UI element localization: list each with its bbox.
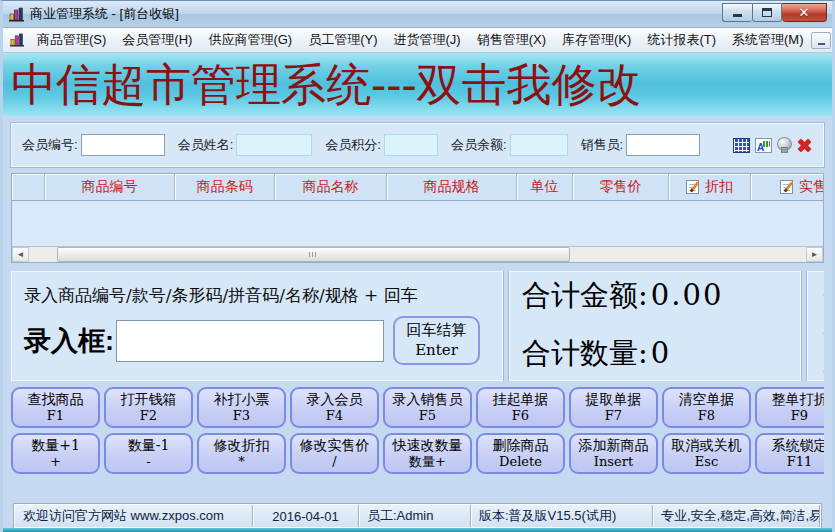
pos-btn-row2-6[interactable]: 删除商品Delete xyxy=(476,433,565,474)
table-col-header-8: 折扣 xyxy=(669,174,751,200)
pos-btn-row1-3[interactable]: 补打小票F3 xyxy=(197,387,286,428)
pos-btn-row2-4[interactable]: 修改实售价/ xyxy=(290,433,379,474)
pos-btn-label: 提取单据 xyxy=(586,391,642,408)
edit-icon xyxy=(686,180,699,194)
table-col-header-7: 零售价 xyxy=(573,174,669,200)
pos-btn-row1-6[interactable]: 挂起单据F6 xyxy=(476,387,565,428)
table-col-label: 商品条码 xyxy=(197,178,253,196)
pos-btn-key: F5 xyxy=(419,408,436,424)
enter-settle-label: 回车结算 xyxy=(407,321,467,341)
mdi-minimize-button[interactable] xyxy=(811,32,831,49)
bulb-icon[interactable] xyxy=(777,137,790,153)
member-input-1[interactable] xyxy=(81,134,165,156)
keypad-icon[interactable] xyxy=(733,138,750,153)
app-icon[interactable] xyxy=(8,7,25,22)
scroll-left-arrow[interactable]: ◄ xyxy=(12,247,29,262)
pos-btn-label: 取消或关机 xyxy=(672,437,742,454)
pos-btn-key: * xyxy=(238,454,245,470)
status-slogan: 专业,安全,稳定,高效,简洁,易 xyxy=(653,505,820,527)
pos-btn-row2-1[interactable]: 数量+1+ xyxy=(11,433,100,474)
member-input-5[interactable] xyxy=(626,134,700,156)
banner-text[interactable]: 中信超市管理系统---双击我修改 xyxy=(11,62,642,107)
pos-btn-key: Esc xyxy=(695,454,718,470)
pos-btn-key: F7 xyxy=(605,408,622,424)
pos-btn-label: 查找商品 xyxy=(28,391,84,408)
pos-btn-row1-1[interactable]: 查找商品F1 xyxy=(11,387,100,428)
status-employee: 员工:Admin xyxy=(359,505,471,527)
table-col-label: 零售价 xyxy=(600,178,642,196)
pos-btn-row1-7[interactable]: 提取单据F7 xyxy=(569,387,658,428)
pos-btn-row2-3[interactable]: 修改折扣* xyxy=(197,433,286,474)
pos-btn-key: F9 xyxy=(791,408,808,424)
status-employee-text: 员工:Admin xyxy=(367,507,433,525)
menu-item-2[interactable]: 会员管理(H) xyxy=(114,29,200,51)
mdi-minimize-icon xyxy=(818,43,825,45)
member-field-2: 会员姓名: xyxy=(178,134,313,156)
pos-btn-key: F6 xyxy=(512,408,529,424)
pos-btn-label: 添加新商品 xyxy=(579,437,649,454)
member-field-3: 会员积分: xyxy=(325,134,438,156)
pos-btn-row2-9[interactable]: 系统锁定F11 xyxy=(755,433,824,474)
menu-item-5[interactable]: 进货管理(J) xyxy=(386,29,469,51)
pos-btn-label: 快速改数量 xyxy=(393,437,463,454)
scroll-right-arrow[interactable]: ► xyxy=(806,247,823,262)
member-field-label: 销售员: xyxy=(581,136,624,154)
table-body[interactable] xyxy=(12,201,823,246)
status-version: 版本:普及版V15.5(试用) xyxy=(471,505,653,527)
member-readonly-2 xyxy=(236,134,312,156)
enter-settle-key: Enter xyxy=(415,341,458,361)
clear-member-icon[interactable] xyxy=(795,137,813,154)
menu-item-7[interactable]: 库存管理(K) xyxy=(554,29,639,51)
pos-btn-row1-5[interactable]: 录入销售员F5 xyxy=(383,387,472,428)
menu-item-8[interactable]: 统计报表(T) xyxy=(639,29,724,51)
member-info-panel: 会员编号:会员姓名:会员积分:会员余额:销售员: xyxy=(11,123,824,167)
restore-button[interactable] xyxy=(752,3,782,22)
pos-btn-label: 补打小票 xyxy=(214,391,270,408)
mdi-app-icon[interactable] xyxy=(9,33,25,47)
member-field-label: 会员编号: xyxy=(22,136,78,154)
pos-btn-row2-5[interactable]: 快速改数量数量+ xyxy=(383,433,472,474)
menu-item-6[interactable]: 销售管理(X) xyxy=(469,29,554,51)
pos-btn-row1-8[interactable]: 清空单据F8 xyxy=(662,387,751,428)
member-readonly-4 xyxy=(510,134,568,156)
pos-btn-key: F4 xyxy=(326,408,343,424)
pos-btn-label: 数量+1 xyxy=(31,437,80,454)
pos-btn-row2-2[interactable]: 数量-1- xyxy=(104,433,193,474)
table-col-header-6: 单位 xyxy=(517,174,573,200)
table-col-label: 商品名称 xyxy=(303,178,359,196)
close-icon: ✕ xyxy=(799,5,810,20)
pos-btn-row1-2[interactable]: 打开钱箱F2 xyxy=(104,387,193,428)
table-col-label: 折扣 xyxy=(705,178,733,196)
table-col-header-4: 商品名称 xyxy=(275,174,387,200)
pos-btn-row1-9[interactable]: 整单打折F9 xyxy=(755,387,824,428)
close-button[interactable]: ✕ xyxy=(782,3,827,22)
window-bottom-edge xyxy=(3,528,832,532)
pos-btn-key: 数量+ xyxy=(409,454,446,470)
function-button-grid: 查找商品F1打开钱箱F2补打小票F3录入会员F4录入销售员F5挂起单据F6提取单… xyxy=(11,387,824,479)
pos-btn-row2-7[interactable]: 添加新商品Insert xyxy=(569,433,658,474)
table-col-label: 商品规格 xyxy=(424,178,480,196)
status-version-text: 版本:普及版V15.5(试用) xyxy=(479,507,616,525)
member-field-5: 销售员: xyxy=(581,134,701,156)
entry-input[interactable] xyxy=(116,320,384,362)
enter-settle-button[interactable]: 回车结算 Enter xyxy=(393,316,480,365)
scroll-track[interactable] xyxy=(29,247,806,262)
pos-btn-row2-8[interactable]: 取消或关机Esc xyxy=(662,433,751,474)
menu-item-9[interactable]: 系统管理(M) xyxy=(724,29,812,51)
button-row-1: 查找商品F1打开钱箱F2补打小票F3录入会员F4录入销售员F5挂起单据F6提取单… xyxy=(11,387,824,428)
scroll-thumb[interactable] xyxy=(57,247,570,262)
member-lookup-icon[interactable] xyxy=(755,138,772,153)
entry-panel: 录入商品编号/款号/条形码/拼音码/名称/规格 + 回车 录入框: 回车结算 E… xyxy=(11,271,503,381)
window-controls: ✕ xyxy=(722,3,827,22)
menu-item-4[interactable]: 员工管理(Y) xyxy=(300,29,385,51)
menu-item-1[interactable]: 商品管理(S) xyxy=(29,29,114,51)
total-quantity-value: 0 xyxy=(651,338,671,370)
menu-item-3[interactable]: 供应商管理(G) xyxy=(200,29,300,51)
pos-btn-key: + xyxy=(50,454,61,470)
minimize-button[interactable] xyxy=(722,3,752,22)
pos-btn-row1-4[interactable]: 录入会员F4 xyxy=(290,387,379,428)
pos-btn-label: 清空单据 xyxy=(679,391,735,408)
status-bar: 欢迎访问官方网站 www.zxpos.com2016-04-01员工:Admin… xyxy=(14,504,821,528)
table-col-label: 单位 xyxy=(531,178,559,196)
title-bar: 商业管理系统 - [前台收银] ✕ xyxy=(3,1,832,28)
